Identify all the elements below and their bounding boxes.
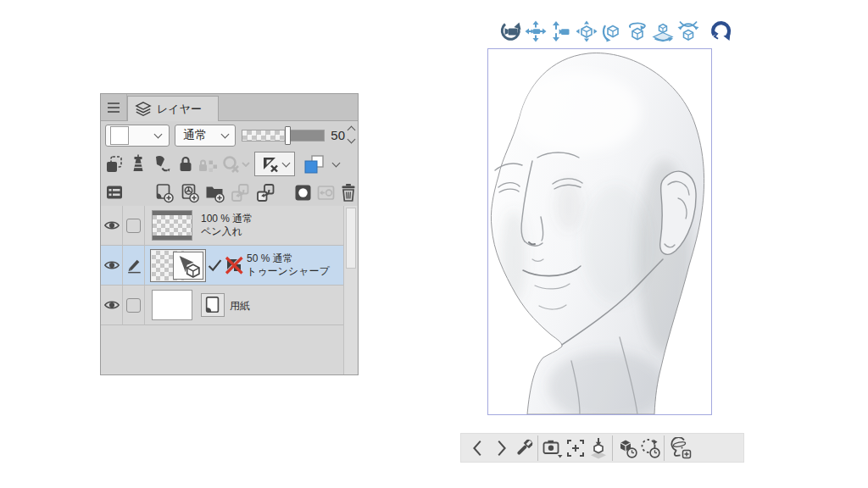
checkbox-icon bbox=[126, 298, 141, 313]
3d-object-viewport[interactable] bbox=[487, 48, 712, 415]
chevron-down-icon bbox=[221, 130, 230, 139]
camera-rotate-button[interactable] bbox=[498, 19, 521, 43]
opacity-value: 50 bbox=[323, 128, 345, 142]
panel-menu-button[interactable] bbox=[101, 94, 127, 120]
divider bbox=[612, 435, 613, 461]
layer-name: 用紙 bbox=[230, 300, 250, 313]
layer-list: 100 % 通常 ペン入れ bbox=[101, 206, 358, 374]
ruler-flag-icon bbox=[261, 155, 280, 174]
opacity-spinner[interactable] bbox=[348, 127, 354, 142]
blend-opacity-row: 通常 50 bbox=[101, 121, 358, 150]
ruler-off-red-x-icon[interactable] bbox=[225, 256, 243, 274]
object-spin-horizontal-button[interactable] bbox=[626, 19, 648, 43]
layer-panel-header: レイヤー bbox=[101, 94, 358, 121]
layer-blend-info: 100 % 通常 bbox=[201, 213, 253, 225]
layer-row-toon-sharp[interactable]: 50 % 通常 トゥーンシャープ bbox=[101, 246, 344, 286]
camera-zoom-button[interactable] bbox=[549, 19, 572, 43]
chevron-down-icon bbox=[332, 159, 341, 168]
fit-to-view-button[interactable] bbox=[564, 436, 587, 460]
3d-head-model bbox=[488, 49, 711, 414]
object-launcher bbox=[460, 433, 744, 463]
ruler-range-button[interactable] bbox=[254, 152, 295, 176]
register-head-button[interactable] bbox=[667, 436, 694, 460]
new-layer-folder-button[interactable] bbox=[203, 181, 226, 203]
lock-layer-button[interactable] bbox=[175, 153, 197, 175]
drop-to-ground-button[interactable] bbox=[587, 436, 609, 460]
paper-icon bbox=[203, 295, 222, 315]
spinner-up-icon[interactable] bbox=[348, 126, 356, 135]
paper-layer-button[interactable] bbox=[201, 293, 225, 317]
pencil-icon bbox=[125, 257, 142, 274]
layer-name: ペン入れ bbox=[201, 225, 242, 238]
eye-icon bbox=[103, 299, 120, 311]
visibility-toggle[interactable] bbox=[101, 286, 123, 324]
layer-thumbnail[interactable] bbox=[152, 290, 192, 320]
tab-layer[interactable]: レイヤー bbox=[127, 96, 219, 121]
new-raster-layer-button[interactable] bbox=[153, 181, 175, 203]
delete-layer-button[interactable] bbox=[338, 181, 359, 203]
layer-row-paper[interactable]: 用紙 bbox=[101, 286, 344, 325]
tab-layer-label: レイヤー bbox=[157, 102, 202, 117]
lock-transparent-pixels-button[interactable] bbox=[197, 153, 219, 175]
blend-mode-value: 通常 bbox=[183, 128, 207, 143]
object-rotation-reset-button[interactable] bbox=[638, 436, 661, 460]
reference-layer-button[interactable] bbox=[127, 153, 149, 175]
layer-effect-row bbox=[101, 150, 358, 178]
object-scale-reset-button[interactable] bbox=[615, 436, 638, 460]
divider bbox=[537, 435, 538, 461]
app-canvas: レイヤー 通常 50 bbox=[0, 0, 868, 488]
object-move-button[interactable] bbox=[575, 19, 598, 43]
palette-color-dropdown[interactable] bbox=[105, 125, 170, 147]
draft-layer-button[interactable] bbox=[151, 153, 173, 175]
clip-to-layer-below-button[interactable] bbox=[103, 153, 125, 175]
object-rotate-button[interactable] bbox=[600, 19, 623, 43]
camera-pan-button[interactable] bbox=[524, 19, 547, 43]
blend-mode-dropdown[interactable]: 通常 bbox=[175, 125, 236, 147]
opacity-slider-handle[interactable] bbox=[285, 126, 291, 145]
camera-angle-button[interactable] bbox=[541, 436, 564, 460]
object-rotate-on-plane-button[interactable] bbox=[651, 19, 674, 43]
layers-icon bbox=[135, 101, 152, 118]
new-vector-layer-button[interactable] bbox=[178, 181, 201, 203]
layer-list-settings-button[interactable] bbox=[103, 181, 125, 203]
snap-magnet-reset-button[interactable] bbox=[709, 19, 732, 43]
layer-checkbox[interactable] bbox=[123, 286, 145, 324]
previous-button[interactable] bbox=[466, 436, 489, 460]
transfer-to-lower-layer-button[interactable] bbox=[229, 181, 252, 203]
layer-thumbnail[interactable] bbox=[152, 210, 192, 241]
3d-material-icon bbox=[174, 252, 203, 279]
object-roll-button[interactable] bbox=[676, 19, 699, 43]
layer-blend-info: 50 % 通常 bbox=[247, 252, 293, 265]
spinner-down-icon[interactable] bbox=[348, 136, 356, 144]
opacity-slider-track bbox=[242, 130, 288, 141]
object-toolbar-top bbox=[498, 19, 732, 44]
layer-color-button[interactable] bbox=[301, 152, 355, 176]
opacity-slider[interactable] bbox=[242, 130, 325, 141]
layer-name: トゥーンシャープ bbox=[247, 265, 330, 278]
enable-layer-mask-button[interactable] bbox=[220, 153, 251, 175]
palette-color-swatch bbox=[110, 126, 129, 145]
apply-mask-to-layer-button[interactable] bbox=[315, 182, 337, 203]
visibility-toggle[interactable] bbox=[101, 206, 123, 245]
layer-list-scrollbar[interactable] bbox=[343, 206, 357, 374]
layer-color-icon bbox=[301, 153, 330, 175]
layer-command-row bbox=[101, 178, 358, 206]
tool-settings-wrench-button[interactable] bbox=[512, 436, 535, 460]
next-button[interactable] bbox=[489, 436, 512, 460]
create-layer-mask-button[interactable] bbox=[292, 182, 314, 203]
eye-icon bbox=[103, 219, 120, 231]
layer-checkbox[interactable] bbox=[123, 206, 145, 245]
visibility-toggle[interactable] bbox=[101, 246, 123, 285]
check-icon bbox=[208, 258, 222, 272]
merge-with-lower-layer-button[interactable] bbox=[254, 181, 277, 203]
3d-layer-thumbnail[interactable] bbox=[150, 249, 206, 282]
chevron-down-icon bbox=[154, 130, 163, 139]
scrollbar-thumb[interactable] bbox=[346, 208, 356, 269]
hamburger-icon bbox=[108, 103, 120, 104]
editing-target-indicator[interactable] bbox=[123, 246, 145, 285]
layer-panel: レイヤー 通常 50 bbox=[100, 93, 359, 375]
eye-icon bbox=[103, 259, 120, 271]
checkbox-icon bbox=[126, 219, 141, 233]
layer-row-pen[interactable]: 100 % 通常 ペン入れ bbox=[101, 206, 344, 246]
divider bbox=[664, 435, 665, 461]
